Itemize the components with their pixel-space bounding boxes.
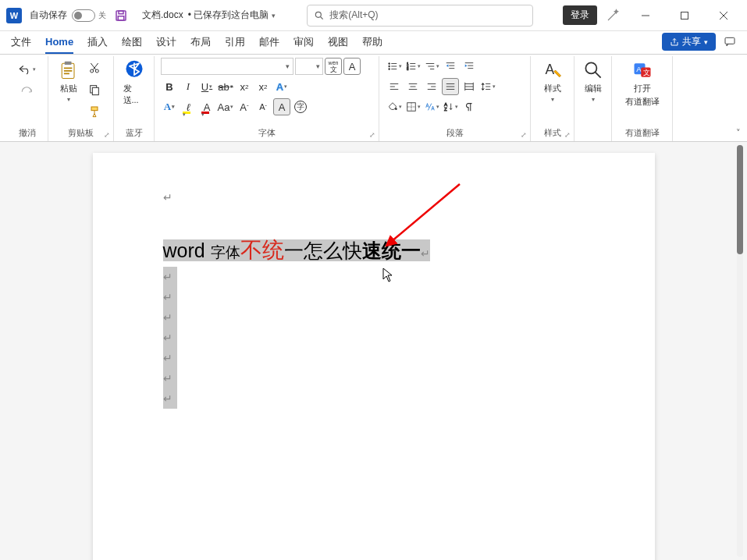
svg-rect-19 <box>91 107 98 111</box>
svg-point-25 <box>388 69 390 70</box>
tab-help[interactable]: 帮助 <box>362 32 382 54</box>
group-font: wén文 A B I U ab x2 x2 A A ℓ A Aa Aˇ Aˇ A… <box>155 56 379 141</box>
page[interactable]: ↵ word 字体不统一怎么快速统一↵ ↵ ↵ ↵ ↵ ↵ ↵ ↵ <box>93 153 655 560</box>
tab-view[interactable]: 视图 <box>328 32 348 54</box>
paragraph-mark-icon: ↵ <box>163 331 173 344</box>
text-run: 一怎么快 <box>284 239 362 261</box>
group-clipboard: 粘贴 ▾ 剪贴板⤢ <box>48 56 114 141</box>
grow-font-button[interactable]: Aˇ <box>236 98 253 115</box>
maximize-button[interactable] <box>667 4 702 27</box>
underline-button[interactable]: U <box>198 78 215 95</box>
comments-icon[interactable] <box>724 35 736 48</box>
group-youdao-label: 有道翻译 <box>618 126 666 141</box>
undo-button[interactable] <box>18 61 36 78</box>
increase-indent-button[interactable] <box>461 58 478 75</box>
minimize-button[interactable] <box>628 4 663 27</box>
group-bluetooth-label: 蓝牙 <box>120 126 148 141</box>
justify-button[interactable] <box>442 78 459 95</box>
autosave-toggle[interactable] <box>72 9 95 22</box>
share-button[interactable]: 共享 <box>662 33 716 51</box>
share-label: 共享 <box>682 35 701 48</box>
italic-button[interactable]: I <box>180 78 197 95</box>
vertical-scrollbar[interactable] <box>735 145 745 557</box>
show-marks-button[interactable] <box>461 98 478 115</box>
tab-mailings[interactable]: 邮件 <box>259 32 279 54</box>
enclosed-char-button[interactable]: 字 <box>292 98 309 115</box>
selected-text-line[interactable]: word 字体不统一怎么快速统一↵ <box>163 234 585 267</box>
highlight-button[interactable]: ℓ <box>180 98 197 115</box>
search-icon <box>314 10 325 21</box>
svg-rect-9 <box>725 37 735 44</box>
styles-button[interactable]: A 样式 ▾ <box>539 58 567 105</box>
svg-text:A: A <box>636 65 642 73</box>
tab-insert[interactable]: 插入 <box>87 32 108 54</box>
word-app-icon: W <box>6 8 22 23</box>
wand-icon[interactable] <box>602 9 624 23</box>
tab-review[interactable]: 审阅 <box>293 32 314 54</box>
superscript-button[interactable]: x2 <box>254 78 272 95</box>
redo-button[interactable] <box>19 83 36 100</box>
launcher-icon[interactable]: ⤢ <box>521 131 527 139</box>
line-spacing-button[interactable] <box>479 78 496 95</box>
copy-button[interactable] <box>86 81 103 98</box>
group-paragraph-label: 段落⤢ <box>386 126 524 141</box>
launcher-icon[interactable]: ⤢ <box>369 131 375 139</box>
bullets-button[interactable] <box>386 58 403 75</box>
font-color-button[interactable]: A <box>198 98 215 115</box>
distributed-button[interactable] <box>461 78 478 95</box>
shading-button[interactable] <box>386 98 403 115</box>
document-area: ↵ word 字体不统一怎么快速统一↵ ↵ ↵ ↵ ↵ ↵ ↵ ↵ <box>0 142 747 560</box>
tab-references[interactable]: 引用 <box>225 32 245 54</box>
launcher-icon[interactable]: ⤢ <box>104 131 110 139</box>
login-button[interactable]: 登录 <box>563 5 597 25</box>
editing-button[interactable]: 编辑 ▾ <box>579 58 607 105</box>
close-button[interactable] <box>706 4 741 27</box>
svg-rect-2 <box>118 16 124 19</box>
subscript-button[interactable]: x2 <box>236 78 253 95</box>
asian-layout-button[interactable] <box>423 98 440 115</box>
borders-button[interactable] <box>404 98 422 115</box>
search-input[interactable]: 搜索(Alt+Q) <box>307 5 533 27</box>
text-style-button[interactable]: A <box>161 98 178 115</box>
youdao-open-button[interactable]: A文 打开 有道翻译 <box>622 58 663 109</box>
scroll-thumb[interactable] <box>737 145 743 254</box>
text-effects-button[interactable]: A <box>273 78 290 95</box>
align-right-button[interactable] <box>423 78 440 95</box>
tab-draw[interactable]: 绘图 <box>122 32 142 54</box>
sort-button[interactable]: AZ <box>442 98 459 115</box>
find-icon <box>582 59 604 81</box>
bold-button[interactable]: B <box>161 78 178 95</box>
multilevel-list-button[interactable] <box>423 58 440 75</box>
align-left-button[interactable] <box>386 78 403 95</box>
phonetic-guide-button[interactable]: wén文 <box>325 58 342 75</box>
svg-point-3 <box>316 12 322 17</box>
ribbon-collapse-icon[interactable]: ˅ <box>736 128 741 138</box>
bluetooth-send-button[interactable]: 发送... <box>120 58 148 108</box>
character-border-button[interactable]: A <box>343 58 361 75</box>
tab-file[interactable]: 文件 <box>11 32 31 54</box>
paragraph-mark-icon: ↵ <box>163 392 173 405</box>
tab-home[interactable]: Home <box>45 33 73 54</box>
svg-point-21 <box>388 63 390 65</box>
tab-design[interactable]: 设计 <box>156 32 176 54</box>
shrink-font-button[interactable]: Aˇ <box>254 98 272 115</box>
numbering-button[interactable]: 123 <box>404 58 422 75</box>
font-name-input[interactable] <box>161 58 293 75</box>
launcher-icon[interactable]: ⤢ <box>564 131 571 139</box>
document-title[interactable]: 文档.docx <box>142 9 183 22</box>
save-icon[interactable] <box>114 9 128 23</box>
tab-layout[interactable]: 布局 <box>190 32 211 54</box>
character-shading-button[interactable]: A <box>273 98 290 115</box>
change-case-button[interactable]: Aa <box>217 98 234 115</box>
decrease-indent-button[interactable] <box>442 58 459 75</box>
group-editing-label <box>581 128 605 141</box>
paste-button[interactable]: 粘贴 ▾ <box>55 58 83 105</box>
format-painter-button[interactable] <box>86 103 103 120</box>
strikethrough-button[interactable]: ab <box>217 78 234 95</box>
cut-button[interactable] <box>86 59 103 76</box>
document-saved-status: • 已保存到这台电脑 <box>188 9 269 22</box>
font-size-input[interactable] <box>295 58 323 75</box>
align-center-button[interactable] <box>404 78 422 95</box>
title-dropdown-icon[interactable]: ▾ <box>272 12 276 19</box>
share-icon <box>670 37 679 47</box>
